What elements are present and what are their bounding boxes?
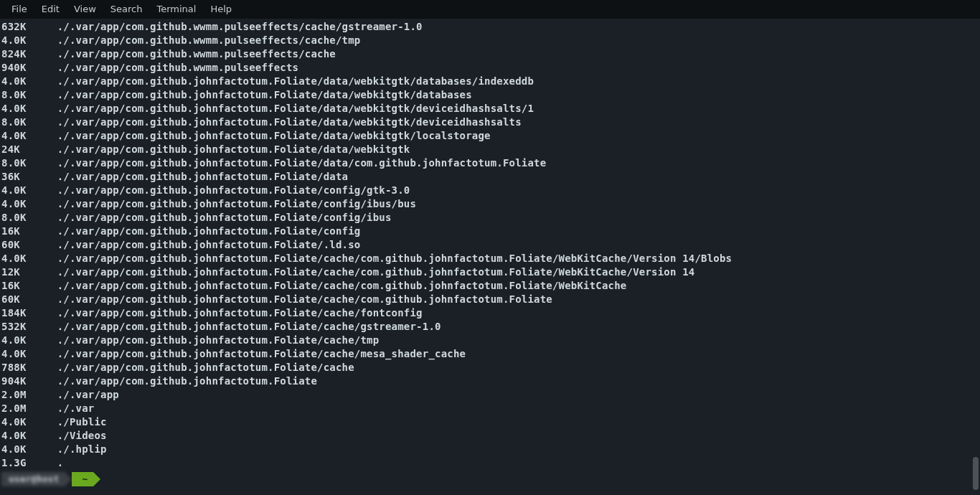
output-line: 940K ./.var/app/com.github.wwmm.pulseeff… [1, 61, 969, 75]
output-line: 8.0K ./.var/app/com.github.johnfactotum.… [1, 211, 969, 225]
prompt[interactable]: user@host~ [1, 471, 969, 487]
output-line: 632K ./.var/app/com.github.wwmm.pulseeff… [1, 20, 969, 34]
menu-edit[interactable]: Edit [34, 0, 67, 19]
output-line: 2.0M ./.var/app [1, 388, 969, 402]
output-line: 60K ./.var/app/com.github.johnfactotum.F… [1, 238, 969, 252]
output-line: 1.3G . [1, 456, 969, 470]
output-line: 824K ./.var/app/com.github.wwmm.pulseeff… [1, 47, 969, 61]
terminal-area[interactable]: 632K ./.var/app/com.github.wwmm.pulseeff… [0, 19, 980, 495]
output-line: 16K ./.var/app/com.github.johnfactotum.F… [1, 225, 969, 238]
scrollbar-thumb[interactable] [973, 457, 979, 490]
scrollbar-track[interactable] [971, 19, 979, 495]
terminal-output[interactable]: 632K ./.var/app/com.github.wwmm.pulseeff… [0, 19, 969, 495]
output-line: 532K ./.var/app/com.github.johnfactotum.… [1, 320, 969, 334]
output-line: 4.0K ./.var/app/com.github.johnfactotum.… [1, 252, 969, 265]
output-line: 4.0K ./.var/app/com.github.johnfactotum.… [1, 347, 969, 361]
output-line: 4.0K ./Videos [1, 429, 969, 443]
menu-terminal[interactable]: Terminal [149, 0, 203, 19]
output-line: 184K ./.var/app/com.github.johnfactotum.… [1, 306, 969, 320]
menu-view[interactable]: View [67, 0, 103, 19]
output-line: 788K ./.var/app/com.github.johnfactotum.… [1, 361, 969, 374]
menu-file[interactable]: File [4, 0, 34, 19]
output-line: 4.0K ./.var/app/com.github.johnfactotum.… [1, 102, 969, 116]
output-line: 904K ./.var/app/com.github.johnfactotum.… [1, 374, 969, 388]
output-line: 4.0K ./.var/app/com.github.johnfactotum.… [1, 334, 969, 347]
output-line: 2.0M ./.var [1, 402, 969, 415]
output-line: 12K ./.var/app/com.github.johnfactotum.F… [1, 265, 969, 279]
output-line: 4.0K ./Public [1, 415, 969, 429]
menubar: File Edit View Search Terminal Help [0, 0, 980, 19]
output-line: 60K ./.var/app/com.github.johnfactotum.F… [1, 293, 969, 306]
output-line: 8.0K ./.var/app/com.github.johnfactotum.… [1, 88, 969, 102]
prompt-user-host: user@host [1, 472, 65, 486]
output-line: 4.0K ./.var/app/com.github.johnfactotum.… [1, 197, 969, 211]
output-line: 8.0K ./.var/app/com.github.johnfactotum.… [1, 116, 969, 129]
menu-help[interactable]: Help [203, 0, 239, 19]
output-line: 4.0K ./.var/app/com.github.johnfactotum.… [1, 129, 969, 143]
menu-search[interactable]: Search [103, 0, 150, 19]
output-line: 4.0K ./.var/app/com.github.johnfactotum.… [1, 75, 969, 88]
output-line: 4.0K ./.hplip [1, 443, 969, 456]
output-line: 16K ./.var/app/com.github.johnfactotum.F… [1, 279, 969, 293]
output-line: 36K ./.var/app/com.github.johnfactotum.F… [1, 170, 969, 184]
output-line: 24K ./.var/app/com.github.johnfactotum.F… [1, 143, 969, 156]
prompt-cwd: ~ [72, 472, 93, 486]
output-line: 4.0K ./.var/app/com.github.johnfactotum.… [1, 184, 969, 197]
output-line: 4.0K ./.var/app/com.github.wwmm.pulseeff… [1, 34, 969, 47]
output-line: 8.0K ./.var/app/com.github.johnfactotum.… [1, 156, 969, 170]
